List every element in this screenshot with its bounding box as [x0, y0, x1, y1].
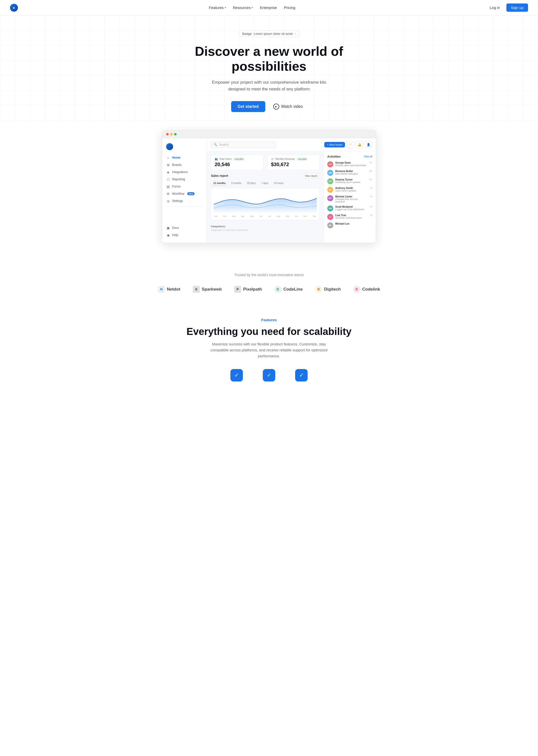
search-box[interactable]: 🔍 Search: [211, 141, 276, 148]
settings-icon: ◎: [166, 199, 170, 203]
sparkweb-icon: S: [193, 286, 200, 293]
activity-info: Scott Mcdaniel Logged out of the dashboa…: [335, 205, 368, 211]
sidebar-item-docs[interactable]: ▣ Docs: [162, 225, 207, 231]
nav-features[interactable]: Features ▾: [209, 6, 226, 10]
trusted-section: Trusted by the world's most innovative t…: [0, 258, 538, 303]
x-label-jun: Jun: [259, 215, 262, 217]
login-button[interactable]: Log in: [486, 4, 503, 12]
tab-7-days[interactable]: 7 days: [259, 181, 271, 185]
hero-subtitle: Empower your project with our comprehens…: [209, 79, 329, 92]
notifications-button[interactable]: 🔔: [356, 141, 363, 148]
hero-section: Badge Lorem ipsum dolor sit amet › Disco…: [0, 16, 538, 123]
digitech-icon: D: [315, 286, 322, 293]
features-title: Everything you need for scalability: [10, 326, 528, 337]
features-icons-row: ✓ ✓ ✓: [10, 369, 528, 381]
logo-digitech: D Digitech: [315, 286, 341, 293]
nav-logo: ●: [10, 4, 18, 12]
sidebar-item-home[interactable]: ⌂ Home: [162, 154, 207, 161]
tab-3-months[interactable]: 3 months: [229, 181, 243, 185]
logo-codeline: C CodeLine: [275, 286, 303, 293]
profile-button[interactable]: 👤: [365, 141, 372, 148]
signup-button[interactable]: Sign up: [507, 4, 528, 12]
activity-desc: Marketing report updated: [335, 181, 367, 183]
sidebar-item-forms[interactable]: ▤ Forms: [162, 183, 207, 190]
activity-desc: Sales report updated: [335, 189, 368, 192]
x-label-feb: Feb: [223, 215, 227, 217]
check-icon-3: ✓: [299, 372, 304, 378]
sidebar-item-workflow[interactable]: ⚙ Workflow New: [162, 190, 207, 197]
logo-icon: ●: [10, 4, 18, 12]
activities-list: GD George Dean Monthly sales report gene…: [327, 161, 372, 228]
wishlist-button[interactable]: ♡: [347, 141, 354, 148]
titlebar: [162, 130, 376, 138]
activity-time: 8m: [369, 170, 372, 172]
chart-x-labels: Jan Feb Mar Apr May Jun Jul Aug Sep Oc: [214, 214, 317, 217]
activity-item: ML Michael Lee: [327, 223, 372, 228]
boards-icon: ⊞: [166, 163, 170, 167]
codelink-icon: C: [353, 286, 360, 293]
check-icon-2: ✓: [267, 372, 271, 378]
sidebar-item-help[interactable]: ◉ Help: [162, 231, 207, 239]
view-report-button[interactable]: View report: [303, 174, 320, 178]
activity-time: 4h: [370, 205, 372, 208]
activity-desc: Logged out of the dashboard: [335, 208, 368, 211]
view-all-link[interactable]: View all: [364, 155, 372, 158]
sidebar-item-settings[interactable]: ◎ Settings: [162, 197, 207, 205]
nav-enterprise[interactable]: Enterprise: [260, 6, 277, 10]
mockup-wrapper: ⌂ Home ⊞ Boards ◈ Integrations ⬡ Reporti…: [0, 123, 538, 258]
chart-tabs: 12 months 3 months 30 days 7 days 24 hou…: [211, 181, 320, 185]
badge-chevron-icon: ›: [295, 32, 296, 36]
close-dot: [166, 133, 169, 135]
activity-time: 9m: [369, 178, 372, 181]
sidebar-logo: [162, 142, 207, 154]
stat-label-revenue: 📈 Monthly Revenue +10.18%: [271, 158, 316, 161]
activities-panel: Activities View all GD George Dean Month…: [324, 151, 376, 243]
activity-name: Lisa Tran: [335, 214, 368, 217]
nav-pricing[interactable]: Pricing: [284, 6, 296, 10]
badge-label: Badge: [242, 32, 252, 36]
activity-item: GD George Dean Monthly sales report gene…: [327, 161, 372, 167]
activity-avatar: BB: [327, 170, 333, 176]
x-label-jan: Jan: [214, 215, 217, 217]
revenue-icon: 📈: [271, 158, 274, 160]
activity-desc: New dataset uploaded: [335, 173, 367, 175]
chart-section: Sales report View report 12 months 3 mon…: [207, 174, 324, 223]
sales-chart: [214, 191, 317, 213]
hero-title: Discover a new world of possibilities: [10, 44, 528, 74]
stat-monthly-revenue: 📈 Monthly Revenue +10.18% $30,672: [267, 155, 320, 170]
check-icon-1: ✓: [234, 372, 239, 378]
features-label: Features: [10, 318, 528, 322]
tab-24-hours[interactable]: 24 hours: [272, 181, 286, 185]
play-icon: ▶: [273, 104, 279, 110]
stat-value-users: 20,546: [215, 162, 259, 167]
features-subtitle: Maximize success with our flexible produ…: [204, 341, 334, 359]
sidebar-item-boards[interactable]: ⊞ Boards: [162, 161, 207, 169]
users-badge: +10.18%: [233, 158, 244, 161]
nav-resources[interactable]: Resources ▾: [233, 6, 253, 10]
x-label-aug: Aug: [277, 215, 280, 217]
tab-30-days[interactable]: 30 days: [244, 181, 258, 185]
new-board-button[interactable]: + New board: [324, 142, 345, 147]
activity-name: Scott Mcdaniel: [335, 205, 368, 208]
x-label-nov: Nov: [304, 215, 307, 217]
activity-desc: Quarterly marketing report: [335, 217, 368, 219]
get-started-button[interactable]: Get started: [231, 101, 265, 112]
badge-sub-text: Lorem ipsum dolor sit amet: [253, 32, 293, 36]
revenue-badge: +10.18%: [296, 158, 308, 161]
hero-badge[interactable]: Badge Lorem ipsum dolor sit amet ›: [239, 30, 299, 37]
chart-title: Sales report: [211, 174, 228, 177]
watch-video-button[interactable]: ▶ Watch video: [269, 100, 307, 113]
activity-name: Deanna Turner: [335, 178, 367, 181]
chart-area: Jan Feb Mar Apr May Jun Jul Aug Sep Oc: [211, 188, 320, 220]
activity-name: Michele Carter: [335, 195, 368, 198]
activity-name: Breanna Butler: [335, 170, 367, 173]
topbar-actions: + New board ♡ 🔔 👤: [324, 141, 372, 148]
activity-time: 1h: [370, 187, 372, 189]
main-topbar: 🔍 Search + New board ♡ 🔔 👤: [207, 138, 376, 151]
sidebar-item-integrations[interactable]: ◈ Integrations: [162, 169, 207, 176]
navbar: ● Features ▾ Resources ▾ Enterprise Pric…: [0, 0, 538, 16]
sidebar-item-reporting[interactable]: ⬡ Reporting: [162, 176, 207, 183]
activity-info: Deanna Turner Marketing report updated: [335, 178, 367, 183]
tab-12-months[interactable]: 12 months: [211, 181, 228, 185]
activity-avatar: SM: [327, 205, 333, 211]
